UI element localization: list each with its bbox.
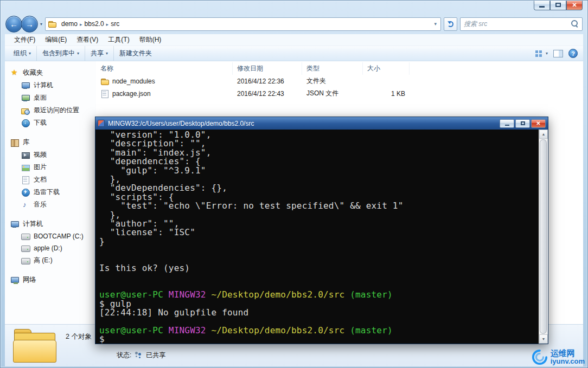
breadcrumb: demo▸bbs2.0▸src — [59, 20, 122, 28]
scroll-up-button[interactable]: ▲ — [539, 130, 548, 139]
computer-icon — [10, 220, 19, 229]
column-header-label: 大小 — [367, 64, 380, 73]
file-row[interactable]: package.json2016/4/12 22:43JSON 文件1 KB — [96, 87, 583, 100]
sidebar-item[interactable]: 下载 — [5, 117, 96, 129]
change-view-button[interactable]: ▾ — [535, 50, 548, 57]
pictures-icon — [21, 163, 30, 172]
breadcrumb-item[interactable]: src — [108, 19, 122, 29]
file-name: package.json — [112, 90, 151, 98]
address-bar[interactable]: demo▸bbs2.0▸src ▾ — [45, 17, 441, 31]
column-header[interactable]: 名称 — [96, 62, 233, 75]
file-list-header: 名称修改日期类型大小 — [96, 62, 583, 75]
terminal-close-button[interactable]: ✕ — [531, 119, 546, 128]
breadcrumb-item[interactable]: bbs2.0 — [82, 19, 106, 29]
menu-item[interactable]: 帮助(H) — [135, 34, 167, 46]
forward-arrow-icon: → — [25, 20, 34, 29]
sidebar-item[interactable]: 迅雷下载 — [5, 186, 96, 198]
sidebar-item-label: 高 (E:) — [34, 256, 53, 265]
toolbar-button[interactable]: 组织▾ — [8, 46, 36, 61]
column-header[interactable]: 类型 — [302, 62, 363, 75]
search-box[interactable] — [460, 17, 583, 31]
sidebar-item[interactable]: 最近访问的位置 — [5, 104, 96, 117]
navigation-bar: ← → ▾ demo▸bbs2.0▸src ▾ — [5, 15, 583, 33]
menu-item[interactable]: 工具(T) — [103, 34, 134, 46]
chevron-down-icon: ▾ — [546, 51, 548, 56]
sidebar-group-header[interactable]: 网络 — [5, 274, 96, 286]
sidebar-item[interactable]: 高 (E:) — [5, 254, 96, 267]
terminal-line: $ — [99, 335, 539, 344]
address-dropdown[interactable]: ▾ — [432, 21, 438, 27]
shared-users-icon — [135, 352, 143, 359]
search-input[interactable] — [464, 20, 569, 28]
toolbar-button[interactable]: 新建文件夹 — [113, 46, 157, 61]
sidebar-group: 网络 — [5, 274, 96, 286]
column-header-label: 类型 — [306, 64, 319, 73]
preview-pane-button[interactable] — [553, 50, 563, 57]
sidebar-group-header[interactable]: 收藏夹 — [5, 67, 96, 79]
sidebar-item[interactable]: BOOTCAMP (C:) — [5, 230, 96, 242]
toolbar-button-label: 共享 — [91, 49, 104, 58]
terminal-line: user@user-PC MINGW32 ~/Desktop/demo/bbs2… — [99, 326, 539, 335]
maximize-icon — [521, 121, 525, 125]
column-header[interactable]: 大小 — [363, 62, 410, 75]
refresh-button[interactable] — [444, 17, 457, 31]
sidebar-item[interactable]: apple (D:) — [5, 242, 96, 254]
sidebar-item-label: 计算机 — [34, 81, 53, 90]
breadcrumb-item[interactable]: demo — [59, 19, 80, 29]
sidebar-item[interactable]: 音乐 — [5, 198, 96, 211]
terminal-console[interactable]: "version": "1.0.0", "description": "", "… — [95, 130, 539, 344]
network-icon — [10, 276, 19, 285]
terminal-window: MINGW32:/c/Users/user/Desktop/demo/bbs2.… — [95, 117, 548, 344]
desktop-icon — [21, 94, 30, 102]
sidebar-item[interactable]: 桌面 — [5, 92, 96, 104]
sidebar-group-header[interactable]: 库 — [5, 136, 96, 149]
folder-icon — [48, 20, 56, 28]
watermark: 运维网 iyunv.com — [532, 348, 585, 366]
terminal-maximize-button[interactable] — [515, 119, 530, 128]
terminal-scrollbar[interactable]: ▲ ▼ — [539, 130, 548, 344]
toolbar-button[interactable]: 共享▾ — [85, 46, 113, 61]
toolbar-buttons: 组织▾包含到库中▾共享▾新建文件夹 — [8, 46, 157, 61]
status-row: 状态: 已共享 — [117, 351, 165, 360]
toolbar-button[interactable]: 包含到库中▾ — [36, 46, 85, 61]
back-button[interactable]: ← — [5, 16, 22, 33]
sidebar-group-header[interactable]: 计算机 — [5, 218, 96, 230]
breadcrumb-separator: ▸ — [80, 22, 82, 27]
refresh-icon — [446, 20, 455, 28]
down-arrow-icon: ▼ — [542, 337, 546, 341]
minimize-button[interactable] — [534, 0, 550, 10]
history-dropdown[interactable]: ▾ — [40, 22, 42, 27]
scroll-down-button[interactable]: ▼ — [539, 334, 548, 344]
download-icon — [21, 119, 30, 127]
sidebar-group-label: 库 — [23, 138, 30, 147]
close-button[interactable]: ✕ — [566, 0, 583, 10]
sidebar-group-label: 计算机 — [23, 219, 43, 229]
help-button[interactable]: ? — [568, 49, 578, 58]
file-row[interactable]: node_modules2016/4/12 22:36文件夹 — [96, 75, 583, 87]
sidebar-item-label: 下载 — [34, 118, 47, 127]
sidebar-item[interactable]: 计算机 — [5, 79, 96, 92]
terminal-line: } — [99, 237, 539, 246]
terminal-titlebar[interactable]: MINGW32:/c/Users/user/Desktop/demo/bbs2.… — [95, 117, 548, 130]
menu-item[interactable]: 查看(V) — [72, 34, 103, 46]
menu-item[interactable]: 编辑(E) — [40, 34, 72, 46]
file-icon — [100, 89, 109, 98]
toolbar-button-label: 包含到库中 — [42, 49, 75, 58]
sidebar-group-label: 网络 — [23, 275, 36, 285]
maximize-button[interactable] — [550, 0, 566, 10]
file-name-cell: package.json — [96, 87, 233, 100]
sidebar-item-label: 文档 — [34, 175, 47, 184]
terminal-line — [99, 246, 539, 255]
forward-button[interactable]: → — [21, 16, 38, 33]
terminal-minimize-button[interactable] — [500, 119, 514, 128]
sidebar-item[interactable]: 图片 — [5, 161, 96, 173]
terminal-line: "gulp": "^3.9.1" — [99, 166, 539, 175]
sidebar-item[interactable]: 视频 — [5, 149, 96, 161]
file-rows: node_modules2016/4/12 22:36文件夹package.js… — [96, 75, 583, 100]
scrollbar-thumb[interactable] — [540, 139, 547, 334]
item-count: 2 个对象 — [66, 332, 92, 341]
menu-item[interactable]: 文件(F) — [9, 34, 40, 46]
folder-icon — [100, 77, 109, 86]
column-header[interactable]: 修改日期 — [233, 62, 302, 75]
sidebar-item[interactable]: 文档 — [5, 173, 96, 186]
